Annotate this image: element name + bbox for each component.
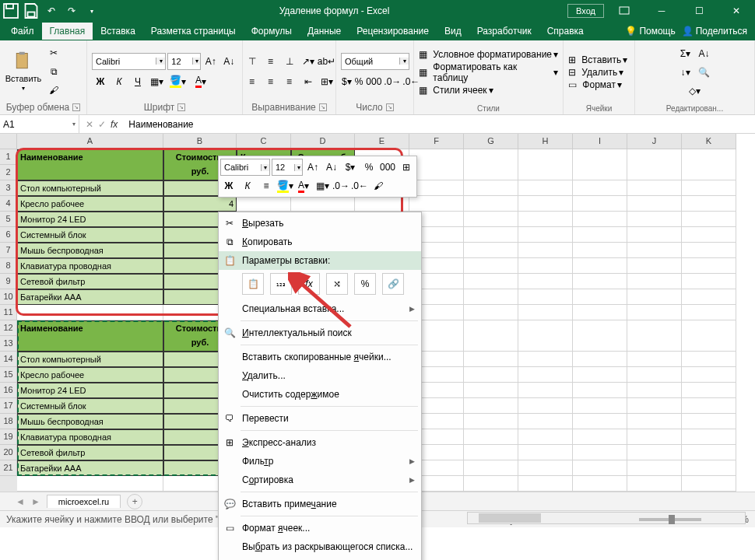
cell[interactable] bbox=[573, 383, 627, 398]
cell[interactable] bbox=[573, 476, 627, 492]
currency-icon[interactable]: $▾ bbox=[341, 73, 353, 90]
mini-bold-button[interactable]: Ж bbox=[220, 177, 237, 194]
redo-icon[interactable]: ↷ bbox=[62, 2, 81, 20]
zoom-slider[interactable] bbox=[639, 518, 701, 521]
row-header[interactable]: 15 bbox=[0, 367, 17, 383]
decrease-font-icon[interactable]: A↓ bbox=[221, 53, 237, 70]
row-header[interactable]: 12 bbox=[0, 320, 17, 336]
cell[interactable]: Сетевой фильтр bbox=[17, 445, 163, 460]
cm-translate[interactable]: 🗨Перевести bbox=[219, 409, 421, 428]
cell[interactable] bbox=[573, 352, 627, 367]
cell[interactable] bbox=[682, 258, 736, 274]
tell-me-button[interactable]: 💡Помощь bbox=[625, 26, 675, 37]
increase-decimal-icon[interactable]: .0→ bbox=[384, 73, 401, 90]
mini-currency-icon[interactable]: $▾ bbox=[342, 159, 359, 176]
row-header[interactable]: 5 bbox=[0, 212, 17, 227]
tab-home[interactable]: Главная bbox=[42, 23, 93, 40]
cell[interactable] bbox=[464, 196, 518, 212]
cell[interactable] bbox=[518, 289, 573, 305]
align-bottom-icon[interactable]: ⊥ bbox=[281, 53, 298, 70]
cell[interactable] bbox=[627, 414, 682, 429]
cell[interactable] bbox=[464, 476, 518, 492]
align-left-icon[interactable]: ≡ bbox=[244, 73, 261, 90]
col-header[interactable]: D bbox=[291, 134, 355, 149]
cell[interactable]: Монитор 24 LED bbox=[17, 212, 163, 227]
number-format-selector[interactable]: ▾ bbox=[341, 53, 409, 70]
tab-nav-next-icon[interactable]: ► bbox=[31, 496, 40, 507]
clipboard-dialog-icon[interactable]: ↘ bbox=[72, 103, 80, 111]
cell[interactable] bbox=[464, 445, 518, 460]
col-header[interactable]: C bbox=[237, 134, 291, 149]
wrap-text-icon[interactable]: ab↵ bbox=[318, 53, 335, 70]
cell[interactable] bbox=[464, 289, 518, 305]
cell[interactable] bbox=[518, 196, 573, 212]
row-header[interactable]: 14 bbox=[0, 352, 17, 367]
cell[interactable] bbox=[682, 383, 736, 398]
cell[interactable] bbox=[627, 274, 682, 289]
cell[interactable] bbox=[464, 320, 518, 352]
row-header[interactable]: 11 bbox=[0, 305, 17, 320]
cell[interactable] bbox=[627, 196, 682, 212]
row-header[interactable]: 7 bbox=[0, 243, 17, 258]
cell[interactable] bbox=[518, 320, 573, 352]
cell[interactable] bbox=[518, 212, 573, 227]
cm-paste-special[interactable]: Специальная вставка...▶ bbox=[219, 299, 421, 318]
cell[interactable] bbox=[682, 367, 736, 383]
cell[interactable] bbox=[573, 227, 627, 243]
cell[interactable] bbox=[682, 212, 736, 227]
cell[interactable] bbox=[627, 305, 682, 320]
col-header[interactable]: F bbox=[409, 134, 464, 149]
align-middle-icon[interactable]: ≡ bbox=[262, 53, 279, 70]
row-header[interactable]: 9 bbox=[0, 274, 17, 289]
cell[interactable] bbox=[573, 398, 627, 414]
cell[interactable] bbox=[518, 445, 573, 460]
cell[interactable]: Стол компьютерный bbox=[17, 352, 163, 367]
qat-more-icon[interactable]: ▾ bbox=[83, 2, 101, 20]
tab-view[interactable]: Вид bbox=[437, 23, 469, 40]
fill-color-icon[interactable]: 🪣▾ bbox=[167, 73, 188, 90]
cm-sort[interactable]: Сортировка▶ bbox=[219, 471, 421, 489]
row-header[interactable]: 8 bbox=[0, 258, 17, 274]
comma-icon[interactable]: 000 bbox=[365, 73, 382, 90]
cell[interactable] bbox=[518, 258, 573, 274]
merge-icon[interactable]: ⊞▾ bbox=[318, 73, 335, 90]
cell[interactable] bbox=[573, 212, 627, 227]
cell[interactable] bbox=[682, 320, 736, 352]
cell[interactable] bbox=[518, 149, 573, 180]
cell[interactable] bbox=[518, 227, 573, 243]
cell[interactable] bbox=[518, 429, 573, 445]
delete-cells-button[interactable]: ⊟ Удалить▾ bbox=[568, 67, 630, 78]
paste-all-icon[interactable]: 📋 bbox=[242, 273, 264, 295]
mini-increase-font-icon[interactable]: A↑ bbox=[304, 159, 321, 176]
underline-button[interactable]: Ч bbox=[129, 73, 146, 90]
mini-fontcolor-icon[interactable]: A▾ bbox=[295, 177, 312, 194]
paste-transpose-icon[interactable]: ⤭ bbox=[326, 273, 348, 295]
cell[interactable] bbox=[573, 274, 627, 289]
cell[interactable]: Сетевой фильтр bbox=[17, 274, 163, 289]
cell[interactable] bbox=[627, 243, 682, 258]
alignment-dialog-icon[interactable]: ↘ bbox=[319, 103, 327, 111]
add-sheet-button[interactable]: + bbox=[127, 494, 142, 509]
row-header[interactable]: 17 bbox=[0, 398, 17, 414]
cm-smart-lookup[interactable]: 🔍Интеллектуальный поиск bbox=[219, 324, 421, 342]
cell[interactable]: Системный блок bbox=[17, 398, 163, 414]
horizontal-scrollbar[interactable] bbox=[467, 512, 746, 524]
orientation-icon[interactable]: ↗▾ bbox=[300, 53, 317, 70]
row-header[interactable]: 19 bbox=[0, 429, 17, 445]
cell[interactable] bbox=[682, 429, 736, 445]
sheet-tab[interactable]: microexcel.ru bbox=[47, 495, 121, 508]
conditional-format-button[interactable]: ▦ Условное форматирование▾ bbox=[419, 49, 558, 60]
cell[interactable] bbox=[464, 367, 518, 383]
cell[interactable]: Наименование bbox=[17, 320, 163, 352]
fill-icon[interactable]: ↓▾ bbox=[677, 64, 694, 81]
cell[interactable] bbox=[409, 180, 464, 196]
cell[interactable] bbox=[627, 289, 682, 305]
tab-file[interactable]: Файл bbox=[3, 23, 42, 40]
cell[interactable]: Батарейки ААА bbox=[17, 289, 163, 305]
col-header[interactable]: E bbox=[355, 134, 409, 149]
cell[interactable] bbox=[682, 180, 736, 196]
cell[interactable] bbox=[518, 414, 573, 429]
cell[interactable] bbox=[573, 180, 627, 196]
cell[interactable] bbox=[518, 367, 573, 383]
cell[interactable] bbox=[237, 196, 291, 212]
